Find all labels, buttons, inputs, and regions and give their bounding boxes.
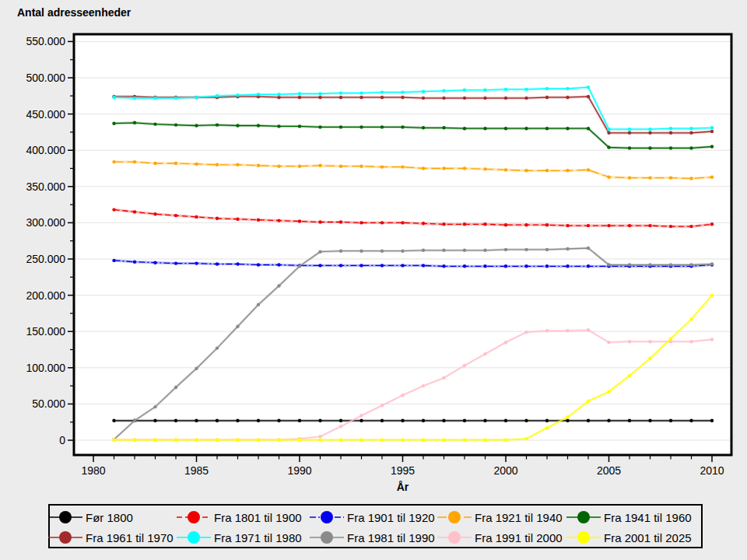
legend-marker-icon (48, 529, 82, 546)
legend-marker-icon (310, 509, 344, 526)
legend-item-fra-1981-til-1990: Fra 1981 til 1990 (310, 528, 435, 547)
legend-item-fra-1941-til-1960: Fra 1941 til 1960 (566, 508, 692, 527)
svg-text:150.000: 150.000 (26, 325, 65, 338)
svg-text:100.000: 100.000 (26, 362, 65, 374)
svg-text:200.000: 200.000 (26, 289, 65, 302)
legend-marker-icon (566, 509, 601, 526)
svg-text:300.000: 300.000 (26, 216, 65, 229)
line-chart: 050.000100.000150.000200.000250.000300.0… (0, 0, 747, 504)
legend-label: Fra 1921 til 1940 (475, 511, 563, 524)
svg-text:2010: 2010 (700, 464, 724, 477)
legend-marker-icon (177, 529, 211, 546)
legend-marker-icon (177, 509, 211, 526)
legend-marker-icon (566, 529, 601, 546)
legend-item-fra-1971-til-1980: Fra 1971 til 1980 (177, 528, 302, 547)
legend-item-fra-2001-til-2025: Fra 2001 til 2025 (566, 528, 692, 547)
svg-text:250.000: 250.000 (26, 253, 65, 265)
legend-label: Fra 1801 til 1900 (214, 511, 302, 524)
svg-text:1980: 1980 (81, 464, 105, 477)
svg-text:350.000: 350.000 (26, 180, 65, 193)
legend-label: Fra 1991 til 2000 (475, 531, 563, 544)
legend-item-fra-1921-til-1940: Fra 1921 til 1940 (437, 508, 563, 527)
svg-text:1995: 1995 (391, 464, 415, 477)
svg-text:550.000: 550.000 (26, 35, 65, 47)
legend-label: Fra 1941 til 1960 (604, 511, 692, 524)
svg-text:450.000: 450.000 (26, 108, 65, 121)
legend-label: Fra 1901 til 1920 (347, 511, 435, 524)
x-axis: 1980198519901995200020052010 (81, 455, 724, 477)
svg-text:0: 0 (59, 434, 65, 446)
chart-legend: Før 1800Fra 1801 til 1900Fra 1901 til 19… (48, 504, 703, 548)
legend-label: Fra 2001 til 2025 (604, 531, 692, 544)
legend-item-fra-1991-til-2000: Fra 1991 til 2000 (437, 528, 563, 547)
legend-marker-icon (310, 529, 344, 546)
svg-text:1990: 1990 (287, 464, 311, 477)
legend-label: Fra 1981 til 1990 (347, 531, 435, 544)
svg-text:2005: 2005 (597, 464, 621, 477)
legend-label: Fra 1971 til 1980 (214, 531, 302, 544)
svg-text:1985: 1985 (184, 464, 209, 477)
legend-label: Fra 1961 til 1970 (86, 531, 174, 544)
legend-marker-icon (48, 509, 82, 526)
svg-text:50.000: 50.000 (32, 397, 65, 410)
legend-marker-icon (437, 529, 472, 546)
svg-text:2000: 2000 (493, 464, 517, 477)
svg-text:500.000: 500.000 (26, 72, 65, 84)
x-axis-title: År (74, 481, 731, 493)
legend-item-fra-1961-til-1970: Fra 1961 til 1970 (48, 528, 174, 547)
y-axis: 050.000100.000150.000200.000250.000300.0… (26, 35, 74, 446)
legend-marker-icon (437, 509, 472, 526)
legend-item-fra-1801-til-1900: Fra 1801 til 1900 (177, 508, 302, 527)
legend-label: Før 1800 (86, 511, 133, 524)
series-f-r-1800 (112, 419, 714, 422)
svg-text:400.000: 400.000 (26, 144, 65, 156)
legend-item-fra-1901-til-1920: Fra 1901 til 1920 (310, 508, 435, 527)
report-page: Antal adresseenheder 050.000100.000150.0… (0, 0, 747, 560)
legend-item-f-r-1800: Før 1800 (48, 508, 133, 527)
